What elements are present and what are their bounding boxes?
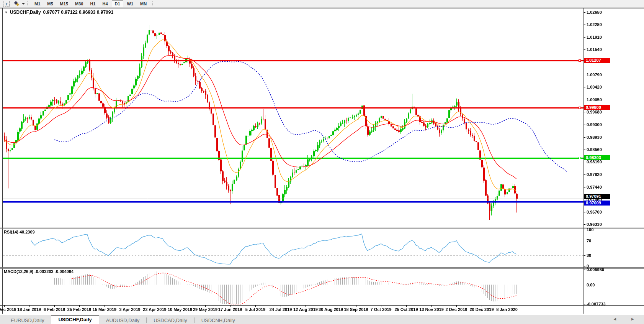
period-button-w1[interactable]: W1 bbox=[124, 0, 137, 7]
toolbar-grip bbox=[152, 1, 155, 6]
symbol-dropdown-icon[interactable]: ▼ bbox=[5, 11, 8, 14]
ohlc-quote: 0.97077 0.97122 0.96933 0.97091 bbox=[43, 10, 114, 15]
period-button-m1[interactable]: M1 bbox=[31, 0, 43, 7]
text-tool-button[interactable]: T bbox=[3, 1, 10, 7]
period-button-m30[interactable]: M30 bbox=[72, 0, 86, 7]
tab-scroll-controls: ◀ ▶ bbox=[613, 317, 634, 321]
chart-title[interactable]: ▼ USDCHF,Daily 0.97077 0.97122 0.96933 0… bbox=[5, 10, 113, 15]
period-button-m5[interactable]: M5 bbox=[44, 0, 56, 7]
period-button-m15[interactable]: M15 bbox=[57, 0, 71, 7]
tab-scroll-right-icon[interactable]: ▶ bbox=[631, 317, 634, 321]
chart-tab-usdchf[interactable]: USDCHF,Daily bbox=[51, 315, 99, 324]
chart-tab-usdcnh[interactable]: USDCNH,Daily bbox=[195, 316, 242, 324]
symbol-name: USDCHF,Daily bbox=[10, 10, 41, 15]
chart-tab-bar: EURUSD,DailyUSDCHF,DailyAUDUSD,DailyUSDC… bbox=[0, 315, 644, 324]
chevron-down-icon[interactable] bbox=[22, 3, 25, 5]
toolbar-grip bbox=[27, 1, 29, 6]
chart-canvas[interactable] bbox=[0, 0, 644, 324]
chart-tab-eurusd[interactable]: EURUSD,Daily bbox=[4, 316, 51, 324]
text-tool-label: T bbox=[5, 2, 8, 6]
macd-indicator-label: MACD(12,26,9) -0.003203 -0.004094 bbox=[4, 269, 74, 274]
period-button-h4[interactable]: H4 bbox=[99, 0, 111, 7]
chart-tab-usdcad[interactable]: USDCAD,Daily bbox=[147, 316, 194, 324]
period-button-d1[interactable]: D1 bbox=[112, 0, 123, 7]
period-button-h1[interactable]: H1 bbox=[87, 0, 98, 7]
tab-scroll-left-icon[interactable]: ◀ bbox=[613, 317, 616, 321]
rsi-indicator-label: RSI(14) 40.2309 bbox=[4, 230, 35, 234]
objects-dropdown-button[interactable] bbox=[13, 1, 20, 7]
period-button-mn[interactable]: MN bbox=[137, 0, 150, 7]
top-toolbar: T M1M5M15M30H1H4D1W1MN bbox=[0, 0, 644, 7]
chart-tab-audusd[interactable]: AUDUSD,Daily bbox=[99, 316, 146, 324]
